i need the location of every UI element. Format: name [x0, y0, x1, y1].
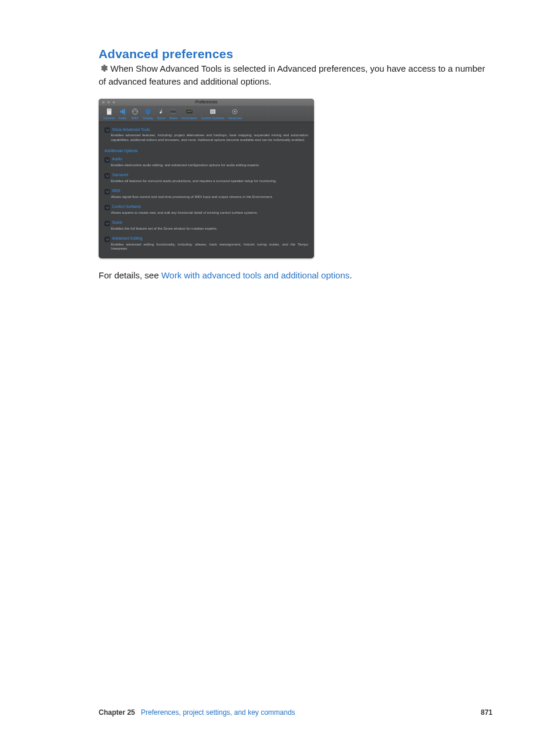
checkbox-icon [104, 221, 110, 226]
control-surfaces-icon [208, 108, 217, 116]
option-midi[interactable]: MIDI Allows signal flow control and real… [104, 189, 308, 199]
option-audio[interactable]: Audio Enables destructive audio editing,… [104, 157, 308, 167]
option-surround[interactable]: Surround Enables all features for surrou… [104, 173, 308, 183]
intro-text: When Show Advanced Tools is selected in … [99, 63, 485, 86]
automation-icon [185, 108, 194, 116]
tab-score[interactable]: Score [155, 108, 167, 120]
footer-title: Preferences, project settings, and key c… [141, 708, 475, 717]
section-heading: Advanced preferences [99, 47, 492, 61]
svg-rect-17 [211, 110, 211, 113]
window-title: Preferences [195, 100, 218, 104]
display-icon [144, 108, 153, 116]
audio-icon [118, 108, 127, 116]
svg-rect-4 [122, 110, 123, 113]
window-traffic-lights [102, 100, 116, 104]
tab-automation[interactable]: Automation [180, 108, 199, 120]
svg-rect-2 [107, 110, 110, 111]
footer-page-number: 871 [481, 708, 492, 717]
tab-control-surfaces[interactable]: Control Surfaces [199, 108, 226, 120]
checkbox-icon [104, 173, 110, 179]
additional-options-header: Additional Options [104, 148, 308, 153]
svg-rect-18 [212, 110, 212, 113]
checkbox-icon [104, 127, 110, 133]
advanced-gear-icon [231, 108, 239, 116]
svg-rect-5 [123, 109, 124, 115]
intro-paragraph: When Show Advanced Tools is selected in … [99, 62, 492, 88]
show-advanced-tools-label: Show Advanced Tools [112, 127, 150, 133]
zoom-dot-icon [112, 100, 116, 104]
svg-point-6 [132, 109, 137, 115]
advanced-tools-link[interactable]: Work with advanced tools and additional … [161, 270, 350, 280]
tab-general[interactable]: General [102, 108, 116, 120]
preferences-window: Preferences General Audio MIDI Display S… [99, 99, 314, 258]
tab-display[interactable]: Display [141, 108, 155, 120]
details-paragraph: For details, see Work with advanced tool… [99, 270, 492, 280]
svg-point-21 [234, 111, 235, 112]
svg-rect-1 [107, 109, 110, 110]
option-control-surfaces[interactable]: Control Surfaces Allows experts to creat… [104, 204, 308, 215]
footer-chapter: Chapter 25 [99, 708, 135, 717]
checkbox-icon [104, 157, 110, 163]
option-advanced-editing[interactable]: Advanced Editing Enables advanced editin… [104, 236, 308, 251]
midi-icon [130, 108, 139, 116]
svg-point-7 [133, 111, 134, 112]
preferences-toolbar: General Audio MIDI Display Score Movie A… [99, 106, 314, 122]
score-icon [157, 108, 166, 116]
svg-rect-13 [171, 109, 176, 110]
page-footer: Chapter 25 Preferences, project settings… [99, 708, 492, 717]
svg-rect-10 [146, 109, 151, 113]
svg-point-9 [134, 110, 136, 111]
show-advanced-tools-desc: Enables advanced features, including: pr… [111, 133, 308, 142]
gear-icon [99, 63, 108, 73]
tab-movie[interactable]: Movie [167, 108, 180, 120]
checkbox-icon [104, 205, 110, 210]
movie-icon [169, 108, 178, 116]
window-titlebar: Preferences [99, 99, 314, 106]
general-icon [104, 108, 113, 116]
minimize-dot-icon [107, 100, 110, 104]
tab-audio[interactable]: Audio [116, 108, 129, 120]
checkbox-icon [104, 237, 110, 242]
svg-rect-14 [171, 113, 176, 114]
show-advanced-tools-checkbox[interactable]: Show Advanced Tools [104, 127, 308, 133]
close-dot-icon [102, 100, 105, 104]
svg-rect-11 [147, 113, 149, 114]
tab-midi[interactable]: MIDI [129, 108, 141, 120]
svg-point-8 [136, 111, 137, 112]
option-score[interactable]: Score Enables the full feature set of th… [104, 220, 308, 231]
svg-rect-19 [214, 110, 214, 113]
tab-advanced[interactable]: Advanced [226, 108, 244, 120]
checkbox-icon [104, 189, 110, 194]
svg-rect-3 [120, 111, 121, 113]
preferences-body: Show Advanced Tools Enables advanced fea… [99, 122, 314, 258]
